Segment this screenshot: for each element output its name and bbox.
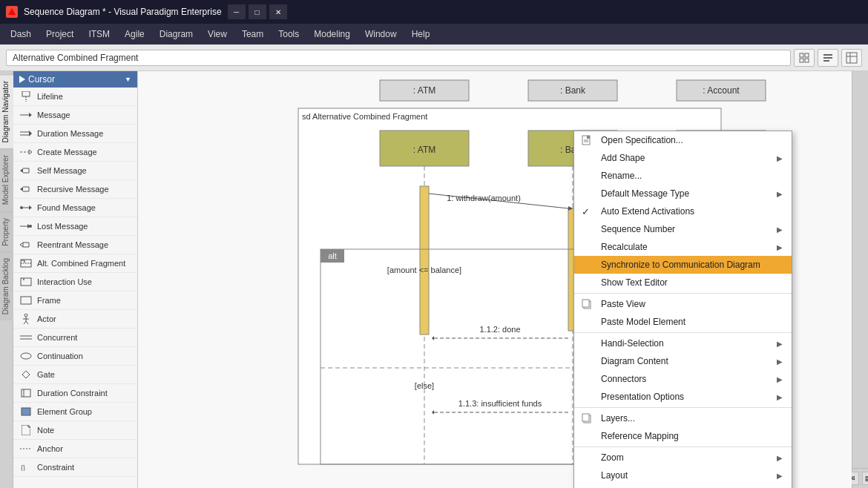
cursor-tool[interactable]: Cursor ▼ <box>13 71 137 88</box>
tool-constraint[interactable]: {} Constraint <box>13 458 137 477</box>
cm-show-text-editor[interactable]: Show Text Editor <box>574 274 792 291</box>
svg-marker-33 <box>21 278 24 280</box>
menu-team[interactable]: Team <box>234 26 271 42</box>
tool-duration-constraint[interactable]: Duration Constraint <box>13 384 137 403</box>
tool-found-message[interactable]: Found Message <box>13 199 137 217</box>
menu-window[interactable]: Window <box>358 26 404 42</box>
maximize-button[interactable]: □ <box>249 4 266 19</box>
menu-project[interactable]: Project <box>39 26 81 42</box>
cm-handi-selection-arrow: ▶ <box>777 340 783 348</box>
tool-self-message[interactable]: Self Message <box>13 162 137 180</box>
cm-open-spec[interactable]: Open Specification... <box>574 131 792 149</box>
cm-zoom-arrow: ▶ <box>777 454 783 462</box>
tool-reentrant-message[interactable]: Reentrant Message <box>13 236 137 254</box>
cm-add-shape[interactable]: Add Shape ▶ <box>574 149 792 167</box>
titlebar-title: Sequence Diagram * - Visual Paradigm Ent… <box>24 7 222 17</box>
cm-layers[interactable]: Layers... <box>574 409 792 427</box>
toolbar-icon-3[interactable] <box>841 49 862 67</box>
tool-alt-combined-fragment[interactable]: Alt. Combined Fragment <box>13 254 137 273</box>
menu-tools[interactable]: Tools <box>271 26 306 42</box>
tool-interaction-use[interactable]: Interaction Use <box>13 273 137 291</box>
cm-open-spec-icon <box>580 135 594 145</box>
window-controls[interactable]: ─ □ ✕ <box>228 4 287 19</box>
cm-paste-model[interactable]: Paste Model Element <box>574 313 792 331</box>
titlebar: Sequence Diagram * - Visual Paradigm Ent… <box>0 0 868 24</box>
tab-model-explorer[interactable]: Model Explorer <box>0 148 13 211</box>
cm-zoom[interactable]: Zoom ▶ <box>574 449 792 466</box>
duration-constraint-icon <box>19 388 33 398</box>
menu-itsm[interactable]: ITSM <box>81 26 117 42</box>
svg-text:: ATM: : ATM <box>413 85 435 96</box>
close-button[interactable]: ✕ <box>269 4 287 19</box>
tool-duration-message[interactable]: Duration Message <box>13 125 137 143</box>
toolbar-icon-2[interactable] <box>818 49 838 67</box>
cm-sequence-number[interactable]: Sequence Number ▶ <box>574 220 792 238</box>
svg-text:: Account: : Account <box>703 85 740 96</box>
svg-marker-21 <box>20 187 23 191</box>
cm-connectors[interactable]: Connectors ▶ <box>574 370 792 388</box>
tab-property[interactable]: Property <box>0 211 13 252</box>
cm-recalculate[interactable]: Recalculate ▶ <box>574 238 792 256</box>
alt-combined-fragment-icon <box>19 258 33 268</box>
cursor-icon <box>19 76 25 83</box>
menu-agile[interactable]: Agile <box>117 26 152 42</box>
svg-rect-46 <box>22 408 30 415</box>
concurrent-icon <box>19 332 33 343</box>
svg-rect-34 <box>21 297 31 304</box>
lifeline-icon <box>19 91 33 102</box>
create-message-icon <box>19 147 33 157</box>
menu-help[interactable]: Help <box>404 26 438 42</box>
minimize-button[interactable]: ─ <box>228 4 246 19</box>
tool-frame[interactable]: Frame <box>13 291 137 310</box>
tool-anchor[interactable]: Anchor <box>13 440 137 458</box>
svg-text:: ATM: : ATM <box>413 145 435 155</box>
tool-lost-message[interactable]: Lost Message <box>13 217 137 236</box>
menu-diagram[interactable]: Diagram <box>152 26 200 42</box>
svg-text:1: withdraw(amount): 1: withdraw(amount) <box>447 194 521 202</box>
tool-recursive-message[interactable]: Recursive Message <box>13 180 137 199</box>
cm-diagram-content[interactable]: Diagram Content ▶ <box>574 352 792 370</box>
cm-select-in-tree[interactable]: Select in Tree <box>574 484 792 488</box>
menu-dash[interactable]: Dash <box>3 26 39 42</box>
tool-create-message[interactable]: Create Message <box>13 143 137 162</box>
cm-sequence-number-arrow: ▶ <box>777 225 783 234</box>
tool-concurrent[interactable]: Concurrent <box>13 329 137 347</box>
menu-modeling[interactable]: Modeling <box>306 26 358 42</box>
cm-sync-to-comm[interactable]: Synchronize to Communication Diagram <box>574 256 792 274</box>
tool-gate[interactable]: Gate <box>13 366 137 384</box>
tool-element-group[interactable]: Element Group <box>13 403 137 421</box>
tool-actor[interactable]: Actor <box>13 310 137 329</box>
cm-reference-mapping[interactable]: Reference Mapping <box>574 427 792 445</box>
svg-marker-19 <box>29 150 32 154</box>
main-layout: Diagram Navigator Model Explorer Propert… <box>0 71 868 488</box>
cm-default-msg-type[interactable]: Default Message Type ▶ <box>574 185 792 202</box>
svg-line-39 <box>26 321 28 324</box>
right-panel: ✉ ▤ <box>852 71 868 488</box>
cm-rename[interactable]: Rename... <box>574 167 792 185</box>
tool-lifeline[interactable]: Lifeline <box>13 88 137 106</box>
svg-rect-6 <box>823 57 832 59</box>
cm-handi-selection[interactable]: Handi-Selection ▶ <box>574 334 792 352</box>
menu-view[interactable]: View <box>200 26 234 42</box>
tab-diagram-backlog[interactable]: Diagram Backlog <box>0 251 13 320</box>
menubar: Dash Project ITSM Agile Diagram View Tea… <box>0 24 868 44</box>
diagram-area[interactable]: : ATM : Bank : Account sd Alternative Co… <box>138 71 852 488</box>
tool-continuation[interactable]: Continuation <box>13 347 137 366</box>
tool-note[interactable]: Note <box>13 421 137 440</box>
svg-marker-43 <box>22 371 30 378</box>
bottom-icon-2[interactable]: ▤ <box>862 472 869 485</box>
cm-paste-view[interactable]: Paste View <box>574 295 792 313</box>
cm-presentation-options[interactable]: Presentation Options ▶ <box>574 388 792 406</box>
interaction-use-icon <box>19 277 33 287</box>
svg-rect-8 <box>846 53 857 63</box>
svg-rect-95 <box>587 136 590 139</box>
cm-separator-3 <box>574 407 792 408</box>
cm-layout[interactable]: Layout ▶ <box>574 466 792 484</box>
cm-separator-1 <box>574 293 792 294</box>
lost-message-icon <box>19 221 33 231</box>
svg-rect-99 <box>582 300 589 307</box>
cm-auto-extend[interactable]: ✓ Auto Extend Activations <box>574 202 792 220</box>
toolbar-icon-1[interactable] <box>794 49 815 67</box>
tab-diagram-navigator[interactable]: Diagram Navigator <box>0 74 13 148</box>
tool-message[interactable]: Message <box>13 106 137 125</box>
